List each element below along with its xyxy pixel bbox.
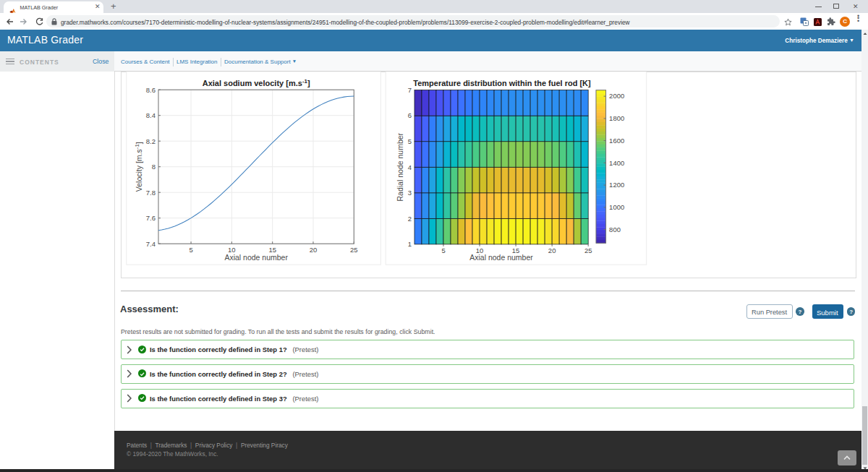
svg-text:1000: 1000 <box>609 203 624 211</box>
svg-text:5: 5 <box>408 137 412 145</box>
svg-text:1800: 1800 <box>609 114 624 122</box>
svg-text:800: 800 <box>609 226 621 233</box>
svg-text:1600: 1600 <box>609 137 624 145</box>
svg-text:8.4: 8.4 <box>146 111 156 119</box>
svg-text:8: 8 <box>152 163 156 171</box>
svg-text:1200: 1200 <box>609 181 624 189</box>
svg-text:Axial node number: Axial node number <box>224 253 288 262</box>
svg-text:4: 4 <box>408 163 412 171</box>
svg-text:7.6: 7.6 <box>146 214 156 222</box>
svg-text:7.8: 7.8 <box>146 189 156 197</box>
svg-text:Radial node number: Radial node number <box>396 132 405 201</box>
svg-text:1400: 1400 <box>609 159 624 167</box>
svg-text:25: 25 <box>584 246 592 254</box>
svg-text:5: 5 <box>441 246 445 254</box>
svg-text:3: 3 <box>408 189 412 197</box>
svg-text:Axial sodium velocity [m.s-1]: Axial sodium velocity [m.s-1] <box>203 78 310 87</box>
svg-text:5: 5 <box>189 246 192 254</box>
svg-text:2: 2 <box>408 215 412 223</box>
svg-text:1: 1 <box>408 240 412 248</box>
svg-text:2000: 2000 <box>609 92 624 100</box>
svg-text:20: 20 <box>310 246 318 254</box>
svg-text:8.2: 8.2 <box>146 137 156 145</box>
svg-text:8.6: 8.6 <box>146 86 156 94</box>
svg-text:Temperature distribution withi: Temperature distribution within the fuel… <box>413 79 591 87</box>
svg-text:Velocity [m.s-1]: Velocity [m.s-1] <box>135 142 144 192</box>
svg-text:7.4: 7.4 <box>146 240 156 248</box>
svg-text:20: 20 <box>548 246 556 254</box>
svg-text:Axial node number: Axial node number <box>469 253 533 262</box>
svg-text:25: 25 <box>350 246 358 254</box>
svg-text:6: 6 <box>408 111 412 119</box>
svg-text:7: 7 <box>408 86 412 94</box>
